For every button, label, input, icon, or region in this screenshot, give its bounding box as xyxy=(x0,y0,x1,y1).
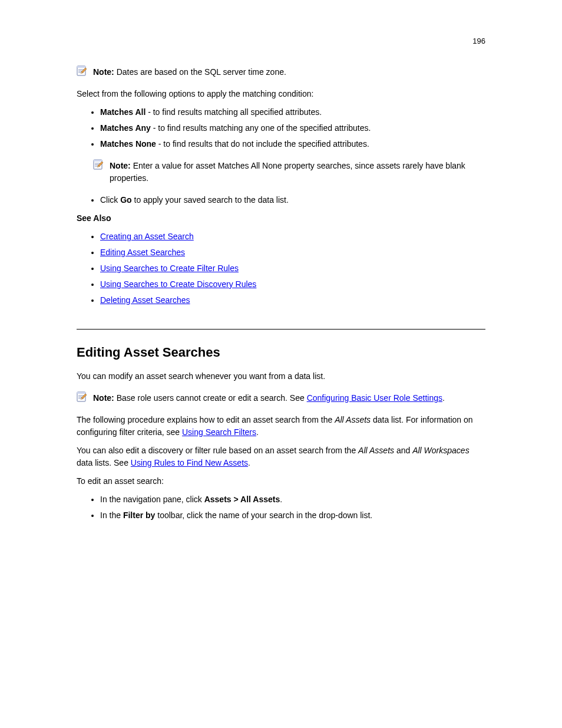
svg-rect-8 xyxy=(94,160,102,162)
match-options-list: Matches All - to find results matching a… xyxy=(77,106,485,150)
step-post: . xyxy=(280,495,282,504)
using-rules-link[interactable]: Using Rules to Find New Assets xyxy=(131,458,248,467)
using-search-filters-link[interactable]: Using Search Filters xyxy=(182,427,256,437)
svg-rect-15 xyxy=(77,392,85,394)
click-list: Click Go to apply your saved search to t… xyxy=(77,194,485,206)
note-base-role: Note: Base role users cannot create or e… xyxy=(77,391,485,406)
see-also-link[interactable]: Editing Asset Searches xyxy=(100,248,185,257)
steps-list: In the navigation pane, click Assets > A… xyxy=(77,493,485,522)
step-bold: Filter by xyxy=(123,510,155,520)
option-desc: - to find results that do not include th… xyxy=(156,139,369,149)
p2-pre: You can also edit a discovery or filter … xyxy=(77,446,358,455)
see-also-link[interactable]: Deleting Asset Searches xyxy=(100,295,190,305)
note-icon xyxy=(93,159,104,173)
p2-mid2: data lists. See xyxy=(77,458,131,467)
list-item: Matches Any - to find results matching a… xyxy=(100,122,485,134)
option-desc: - to find results matching all specified… xyxy=(146,107,322,117)
list-item: Using Searches to Create Discovery Rules xyxy=(100,278,485,291)
p1-post: . xyxy=(256,427,259,437)
note-text-pre: Base role users cannot create or edit a … xyxy=(117,393,307,403)
list-item: Using Searches to Create Filter Rules xyxy=(100,262,485,275)
note-matches-value: Note: Enter a value for asset Matches Al… xyxy=(93,159,485,186)
basic-user-role-link[interactable]: Configuring Basic User Role Settings xyxy=(307,393,442,403)
section-divider xyxy=(77,329,485,330)
list-item: Matches None - to find results that do n… xyxy=(100,138,485,150)
list-item: Deleting Asset Searches xyxy=(100,294,485,307)
step-pre: In the navigation pane, click xyxy=(100,495,204,504)
p1-italic1: All Assets xyxy=(335,415,371,424)
option-label: Matches None xyxy=(100,139,156,149)
edit-procedure-intro: The following procedure explains how to … xyxy=(77,414,485,439)
page-number: 196 xyxy=(77,35,485,47)
p1-pre: The following procedure explains how to … xyxy=(77,415,335,424)
click-pre: Click xyxy=(100,195,120,205)
p2-post: . xyxy=(248,458,250,467)
p2-mid: and xyxy=(394,446,412,455)
note-icon xyxy=(77,391,87,406)
see-also-link[interactable]: Using Searches to Create Filter Rules xyxy=(100,263,239,273)
edit-intro: You can modify an asset search whenever … xyxy=(77,370,485,383)
option-label: Matches All xyxy=(100,107,146,117)
section-title: Editing Asset Searches xyxy=(77,342,485,362)
note-dates: Note: Dates are based on the SQL server … xyxy=(77,65,485,80)
list-item: Editing Asset Searches xyxy=(100,246,485,259)
edit-rule-note: You can also edit a discovery or filter … xyxy=(77,444,485,469)
svg-rect-1 xyxy=(77,66,85,68)
p2-italic1: All Assets xyxy=(358,446,394,455)
option-label: Matches Any xyxy=(100,123,151,133)
list-item: Click Go to apply your saved search to t… xyxy=(100,194,485,206)
list-item: Creating an Asset Search xyxy=(100,230,485,243)
option-desc: - to find results matching any one of th… xyxy=(151,123,371,133)
see-also-link[interactable]: Creating an Asset Search xyxy=(100,232,194,241)
note-text-post: . xyxy=(442,393,445,403)
steps-intro: To edit an asset search: xyxy=(77,475,485,487)
step-pre: In the xyxy=(100,510,123,520)
go-button-label: Go xyxy=(120,195,131,205)
note-label: Note: xyxy=(93,67,114,77)
options-intro: Select from the following options to app… xyxy=(77,88,485,100)
list-item: In the Filter by toolbar, click the name… xyxy=(100,509,485,522)
click-post: to apply your saved search to the data l… xyxy=(132,195,289,205)
note-icon xyxy=(77,65,87,80)
step-post: toolbar, click the name of your search i… xyxy=(155,510,372,520)
p2-italic2: All Workspaces xyxy=(412,446,469,455)
see-also-list: Creating an Asset Search Editing Asset S… xyxy=(77,230,485,307)
note-text: Dates are based on the SQL server time z… xyxy=(117,67,286,77)
see-also-heading: See Also xyxy=(77,212,485,225)
list-item: Matches All - to find results matching a… xyxy=(100,106,485,118)
note-label: Note: xyxy=(110,161,131,170)
see-also-link[interactable]: Using Searches to Create Discovery Rules xyxy=(100,279,256,289)
note-text: Enter a value for asset Matches All None… xyxy=(110,161,465,183)
list-item: In the navigation pane, click Assets > A… xyxy=(100,493,485,506)
step-bold: Assets > All Assets xyxy=(204,495,280,504)
note-label: Note: xyxy=(93,393,114,403)
